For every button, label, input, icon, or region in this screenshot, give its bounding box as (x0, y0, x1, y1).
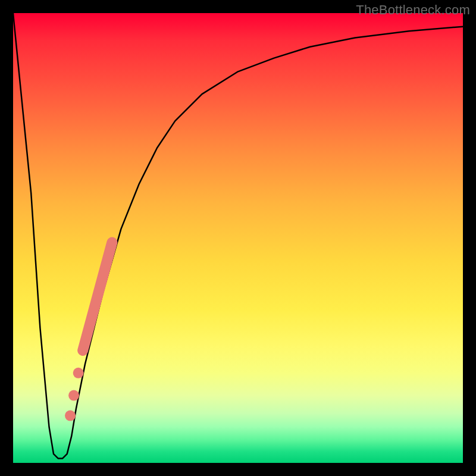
highlight-dot (68, 390, 79, 401)
highlight-bar (83, 243, 112, 350)
highlight-dot (65, 411, 76, 421)
chart-frame: TheBottleneck.com (0, 0, 476, 476)
highlight-dot (73, 368, 84, 378)
bottleneck-curve (13, 13, 463, 458)
highlight-dots (65, 368, 84, 421)
chart-overlay (13, 13, 463, 463)
